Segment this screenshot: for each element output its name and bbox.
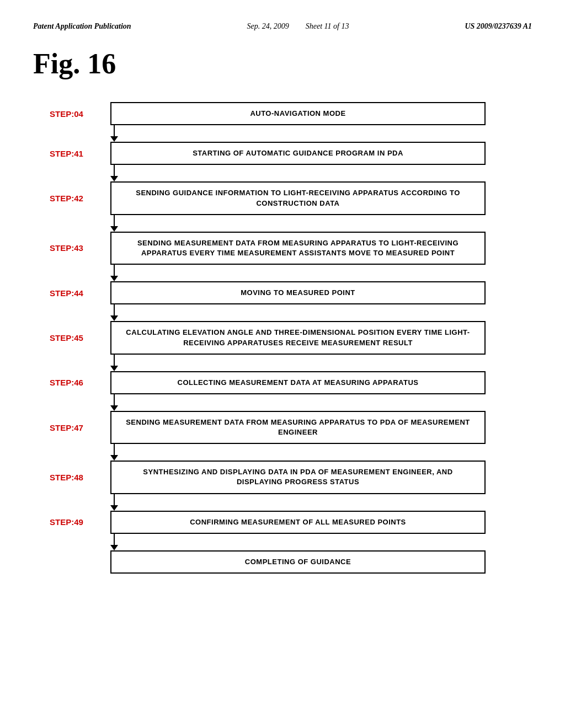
step-label-step-48: STEP:48 (50, 473, 110, 482)
flow-box-step-43: SENDING MEASUREMENT DATA FROM MEASURING … (110, 232, 486, 265)
flow-arrow (50, 355, 118, 371)
step-label-step-46: STEP:46 (50, 378, 110, 387)
step-label-step-04: STEP:04 (50, 109, 110, 119)
flow-arrow (50, 265, 118, 281)
arrow-icon (110, 394, 118, 411)
flow-box-step-48: SYNTHESIZING AND DISPLAYING DATA IN PDA … (110, 461, 486, 494)
flow-box-step-47: SENDING MEASUREMENT DATA FROM MEASURING … (110, 411, 486, 444)
header-publication: Patent Application Publication (33, 22, 131, 31)
arrow-icon (110, 355, 118, 371)
step-label-step-47: STEP:47 (50, 423, 110, 432)
arrow-icon (110, 165, 118, 181)
flow-row: STEP:42SENDING GUIDANCE INFORMATION TO L… (50, 181, 532, 215)
flow-arrow (50, 494, 118, 511)
arrow-icon (110, 265, 118, 281)
page: Patent Application Publication Sep. 24, … (0, 0, 565, 728)
flow-row: STEP:47SENDING MEASUREMENT DATA FROM MEA… (50, 411, 532, 444)
flow-arrow (50, 394, 118, 411)
flow-box-step-end: COMPLETING OF GUIDANCE (110, 550, 486, 574)
figure-title: Fig. 16 (33, 47, 532, 80)
header-patent: US 2009/0237639 A1 (465, 22, 532, 31)
header-date: Sep. 24, 2009 (247, 22, 289, 31)
flow-arrow (50, 444, 118, 461)
flow-box-step-04: AUTO-NAVIGATION MODE (110, 102, 486, 125)
flow-row: STEP:04AUTO-NAVIGATION MODE (50, 102, 532, 125)
flow-row: STEP:44MOVING TO MEASURED POINT (50, 281, 532, 304)
flowchart: STEP:04AUTO-NAVIGATION MODE STEP:41START… (33, 102, 532, 574)
flow-row: STEP:49CONFIRMING MEASUREMENT OF ALL MEA… (50, 511, 532, 534)
flow-row: STEP:43SENDING MEASUREMENT DATA FROM MEA… (50, 232, 532, 265)
step-label-step-43: STEP:43 (50, 243, 110, 253)
flow-box-step-49: CONFIRMING MEASUREMENT OF ALL MEASURED P… (110, 511, 486, 534)
arrow-icon (110, 444, 118, 461)
step-label-step-45: STEP:45 (50, 333, 110, 342)
flow-arrow (50, 165, 118, 181)
flow-arrow (50, 125, 118, 142)
flow-box-step-44: MOVING TO MEASURED POINT (110, 281, 486, 304)
step-label-step-44: STEP:44 (50, 288, 110, 298)
header-sheet: Sheet 11 of 13 (306, 22, 349, 31)
arrow-icon (110, 125, 118, 142)
step-label-step-42: STEP:42 (50, 194, 110, 203)
flow-row: STEP:41STARTING OF AUTOMATIC GUIDANCE PR… (50, 142, 532, 165)
flow-row: STEP:46COLLECTING MEASUREMENT DATA AT ME… (50, 371, 532, 394)
flow-box-step-45: CALCULATING ELEVATION ANGLE AND THREE-DI… (110, 321, 486, 354)
flow-row: STEP:48SYNTHESIZING AND DISPLAYING DATA … (50, 461, 532, 494)
step-label-step-41: STEP:41 (50, 149, 110, 158)
flow-row: STEP:45CALCULATING ELEVATION ANGLE AND T… (50, 321, 532, 354)
flow-box-step-46: COLLECTING MEASUREMENT DATA AT MEASURING… (110, 371, 486, 394)
arrow-icon (110, 304, 118, 321)
flow-arrow (50, 534, 118, 550)
page-header: Patent Application Publication Sep. 24, … (33, 22, 532, 31)
flow-row: COMPLETING OF GUIDANCE (50, 550, 532, 574)
flow-box-step-42: SENDING GUIDANCE INFORMATION TO LIGHT-RE… (110, 181, 486, 215)
arrow-icon (110, 534, 118, 550)
flow-box-step-41: STARTING OF AUTOMATIC GUIDANCE PROGRAM I… (110, 142, 486, 165)
flow-arrow (50, 304, 118, 321)
flow-arrow (50, 215, 118, 232)
arrow-icon (110, 494, 118, 511)
step-label-step-49: STEP:49 (50, 517, 110, 527)
header-center: Sep. 24, 2009 Sheet 11 of 13 (247, 22, 349, 31)
arrow-icon (110, 215, 118, 232)
